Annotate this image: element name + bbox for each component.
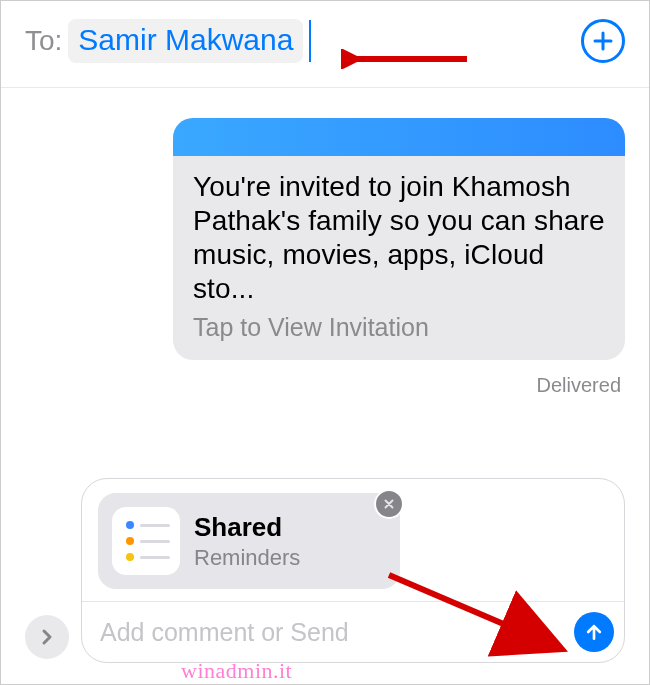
attachment-card[interactable]: Shared Reminders <box>98 493 400 589</box>
recipient-name: Samir Makwana <box>78 23 293 57</box>
attachment-title: Shared <box>194 512 300 543</box>
add-contact-button[interactable] <box>581 19 625 63</box>
expand-apps-button[interactable] <box>25 615 69 659</box>
invitation-banner <box>173 118 625 156</box>
compose-input-row: Add comment or Send <box>82 602 624 662</box>
remove-attachment-button[interactable] <box>374 489 404 519</box>
send-button[interactable] <box>574 612 614 652</box>
close-icon <box>382 497 396 511</box>
arrow-up-icon <box>584 622 604 642</box>
attachment-row: Shared Reminders <box>82 479 624 601</box>
reminders-app-icon <box>112 507 180 575</box>
text-cursor <box>309 20 311 62</box>
compose-row: Shared Reminders Add comment or Send <box>25 478 625 663</box>
recipient-chip[interactable]: Samir Makwana <box>68 19 303 63</box>
plus-icon <box>591 29 615 53</box>
delivery-status: Delivered <box>537 374 621 397</box>
outgoing-message[interactable]: You're invited to join Khamosh Pathak's … <box>173 118 625 360</box>
tap-to-view-label: Tap to View Invitation <box>193 313 605 342</box>
compose-input[interactable]: Add comment or Send <box>100 618 574 647</box>
watermark: winadmin.it <box>181 658 292 684</box>
to-field-row: To: Samir Makwana <box>1 1 649 88</box>
chevron-right-icon <box>38 628 56 646</box>
invitation-text: You're invited to join Khamosh Pathak's … <box>193 170 605 307</box>
compose-bubble: Shared Reminders Add comment or Send <box>81 478 625 663</box>
to-label: To: <box>25 25 62 57</box>
conversation-area: You're invited to join Khamosh Pathak's … <box>1 88 649 679</box>
attachment-app-name: Reminders <box>194 545 300 571</box>
